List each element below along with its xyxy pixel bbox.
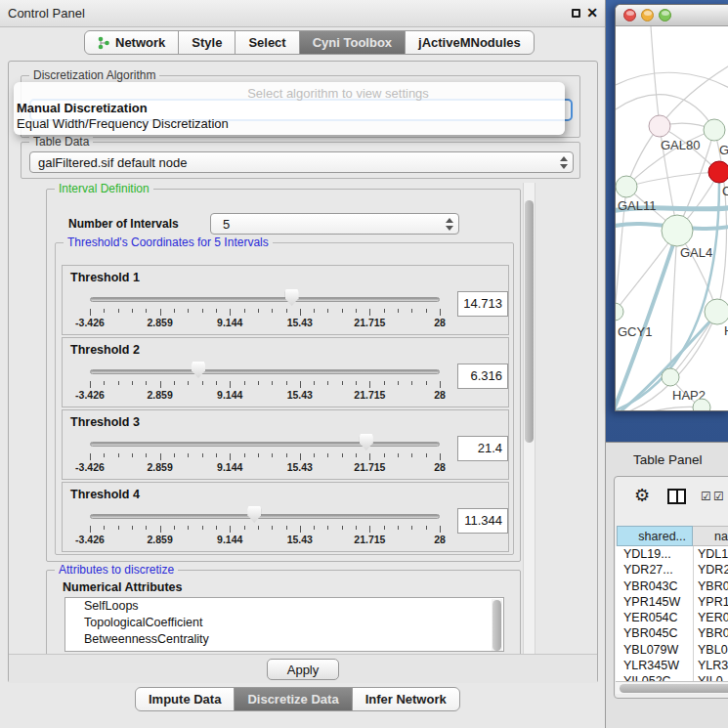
threshold-value-field[interactable]: 21.4 [457, 436, 508, 461]
threshold-slider-track[interactable] [90, 297, 440, 302]
apply-button[interactable]: Apply [267, 659, 339, 680]
attribute-item[interactable]: BetweennessCentrality [65, 631, 503, 648]
tick-mark [174, 453, 175, 457]
cell-name: YBR0 [698, 625, 728, 641]
network-node[interactable] [705, 299, 728, 324]
table-row[interactable]: YLR345WYLR3 [616, 658, 728, 673]
threshold-slider-thumb[interactable] [285, 289, 299, 306]
table-row[interactable]: YDR27...YDR2 [616, 562, 728, 578]
column-header-name[interactable]: na [693, 526, 728, 546]
tab-select[interactable]: Select [235, 30, 299, 55]
tick-mark [90, 381, 91, 388]
threshold-slider-thumb[interactable] [192, 362, 205, 378]
tick-mark [202, 381, 203, 385]
tick-label: -3.426 [61, 461, 119, 473]
network-canvas[interactable]: GAL80GACGAL11GAL4GCY1HHAP2 [616, 26, 728, 411]
cell-name: YBL0 [698, 642, 728, 658]
checkbox-icon[interactable]: ☑ [713, 490, 724, 503]
list-scrollbar[interactable] [492, 599, 502, 652]
attribute-item[interactable]: SelfLoops [65, 598, 503, 615]
close-traffic-light-icon[interactable] [623, 9, 636, 21]
tab-impute-data[interactable]: Impute Data [135, 687, 235, 711]
tick-mark [300, 309, 301, 316]
tab-infer-network[interactable]: Infer Network [352, 687, 460, 711]
tick-mark [327, 381, 328, 385]
network-node[interactable] [649, 115, 670, 137]
threshold-slider-track[interactable] [90, 514, 440, 519]
scrollbar-thumb[interactable] [525, 200, 534, 443]
threshold-panel: Threshold 2-3.4262.8599.14415.4321.71528… [62, 337, 509, 407]
network-node[interactable] [616, 176, 637, 197]
close-icon[interactable]: ✕ [586, 5, 598, 21]
tick-mark [440, 381, 441, 388]
zoom-traffic-light-icon[interactable] [659, 9, 671, 21]
settings-scroll-area: Interval Definition Number of Intervals … [15, 183, 521, 658]
tick-mark [342, 526, 343, 530]
tab-discretize-data[interactable]: Discretize Data [234, 687, 352, 711]
table-data-combobox[interactable]: galFiltered.sif default node [29, 151, 574, 173]
cell-shared-name: YPR145W [623, 594, 680, 610]
network-edge [651, 26, 660, 126]
network-node[interactable] [693, 399, 710, 411]
table-row[interactable]: YER054CYER0 [616, 610, 728, 625]
number-of-intervals-combobox[interactable]: 5 [210, 213, 459, 235]
popup-option-equal-width-frequency[interactable]: Equal Width/Frequency Discretization [17, 116, 229, 131]
popup-option-manual-discretization[interactable]: Manual Discretization [17, 101, 148, 115]
network-node[interactable] [662, 368, 679, 386]
columns-icon[interactable] [667, 489, 686, 504]
tick-mark [272, 526, 273, 530]
tick-mark [188, 381, 189, 385]
list-scrollbar-thumb[interactable] [492, 600, 501, 651]
tick-mark [216, 381, 217, 385]
scrollbar-thumb[interactable] [620, 684, 728, 693]
tick-mark [118, 309, 119, 313]
network-node[interactable] [662, 215, 693, 246]
table-row[interactable]: YDL19...YDL1 [616, 546, 728, 562]
threshold-value-field[interactable]: 14.713 [457, 291, 508, 317]
algorithm-dropdown-popup: Select algorithm to view settings Manual… [14, 82, 565, 135]
threshold-value-field[interactable]: 11.344 [457, 508, 508, 534]
network-node[interactable] [708, 161, 728, 183]
tick-mark [146, 381, 147, 385]
float-window-icon[interactable] [572, 9, 580, 18]
settings-vertical-scrollbar[interactable] [523, 183, 535, 658]
network-node[interactable] [704, 119, 725, 141]
table-horizontal-scrollbar[interactable] [616, 681, 728, 694]
cell-shared-name: YBR043C [623, 578, 678, 594]
tab-style[interactable]: Style [178, 30, 236, 55]
table-row[interactable]: YBL079WYBL0 [616, 642, 728, 658]
minimize-traffic-light-icon[interactable] [641, 9, 654, 21]
numerical-attributes-list[interactable]: SelfLoopsTopologicalCoefficientBetweenne… [64, 597, 504, 652]
tab-network[interactable]: Network [84, 30, 179, 55]
thresholds-group: Threshold's Coordinates for 5 Intervals … [55, 242, 514, 555]
threshold-slider-thumb[interactable] [247, 506, 261, 523]
tab-label: Impute Data [149, 688, 221, 710]
tick-label: 2.859 [131, 389, 190, 401]
tab-jactivemnodules[interactable]: jActiveMNodules [405, 30, 535, 55]
network-node[interactable] [616, 303, 623, 321]
checkbox-icon[interactable]: ☑ [701, 490, 711, 503]
tick-mark [384, 526, 385, 530]
table-row[interactable]: YIL052CYIL0 [616, 673, 728, 681]
gear-icon[interactable]: ⚙ [634, 485, 650, 505]
table-row[interactable]: YPR145WYPR1 [616, 594, 728, 610]
column-header-shared-name[interactable]: shared... [617, 526, 693, 546]
tick-mark [286, 309, 287, 313]
table-row[interactable]: YBR043CYBR0 [616, 578, 728, 594]
threshold-slider-track[interactable] [90, 442, 440, 447]
window-titlebar[interactable] [616, 5, 728, 26]
threshold-slider-thumb[interactable] [360, 434, 373, 450]
table-data-group: Table Data galFiltered.sif default node [21, 142, 580, 179]
attribute-item[interactable]: TopologicalCoefficient [65, 615, 503, 631]
tick-mark [314, 453, 315, 457]
threshold-value-field[interactable]: 6.316 [457, 364, 508, 389]
table-row[interactable]: YBR045CYBR0 [616, 625, 728, 641]
tick-mark [104, 526, 105, 530]
tick-label: 15.43 [271, 317, 329, 328]
tab-cyni-toolbox[interactable]: Cyni Toolbox [299, 30, 406, 55]
network-node-label: H [724, 323, 728, 338]
threshold-slider-track[interactable] [90, 369, 440, 374]
threshold-label: Threshold 2 [70, 343, 140, 357]
threshold-panel: Threshold 3-3.4262.8599.14415.4321.71528… [62, 409, 509, 480]
tick-label: -3.426 [61, 389, 119, 401]
